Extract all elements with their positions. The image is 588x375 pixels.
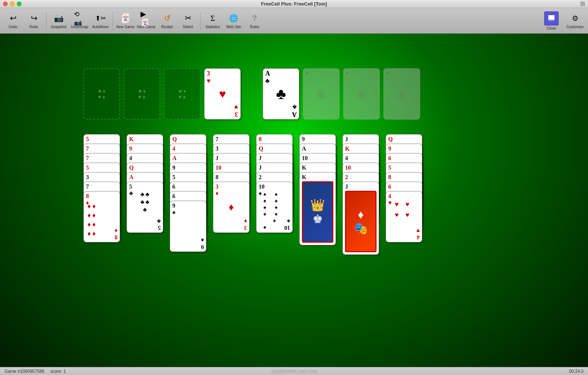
snapshot-icon: 📷: [53, 12, 65, 24]
rules-icon: ?: [249, 12, 261, 24]
statistics-label: Statistics: [205, 25, 220, 29]
timer: 00:24.0: [569, 369, 584, 374]
tableau-zone: 5♥ 5♥ 7♥ 7♥ 7♦ 7♦ 5♦ 5♦ 3♣ 3♣ 7♣ 7♣: [83, 134, 422, 353]
freecell-4-bottom: 3♥: [234, 103, 238, 118]
foundation-4-empty[interactable]: ♣ ◉: [383, 68, 420, 120]
select-icon: ✂: [182, 12, 194, 24]
titlebar: FreeCell Plus: FreeCell [Tom]: [0, 0, 588, 8]
newgame-button[interactable]: 🃏 New Game: [115, 10, 135, 32]
foundation-1-card[interactable]: A♣ A♣ ♣: [263, 68, 299, 120]
customize-button[interactable]: ⚙ Customize: [565, 10, 585, 32]
tableau-col-3: Q♦ Q♦ 4♦ 4♦ A♦ A♦ ♦ 9♣ 9♣ 5♣ 5♣ 6♣: [170, 134, 206, 353]
undo-icon: ↩: [7, 12, 19, 24]
separator-3: [200, 12, 201, 30]
foundation-3-empty[interactable]: ♣ ◉: [343, 68, 380, 120]
statistics-icon: Σ: [207, 12, 219, 24]
redo-button[interactable]: ↪ Redo: [24, 10, 44, 32]
svg-rect-1: [548, 20, 554, 21]
game-number: Game #1090957586: [4, 369, 44, 374]
resize-button[interactable]: [580, 1, 585, 6]
maximize-window-button[interactable]: [17, 1, 22, 6]
restart-button[interactable]: ↺ Restart: [157, 10, 177, 32]
card-8d[interactable]: 8♦ 8♦ ♦♦♦♦♦♦♦♦: [83, 191, 120, 242]
snapshot-button[interactable]: 📷 Snapshot: [49, 10, 69, 32]
foundation-zone: A♣ A♣ ♣ ♣ ◉ ♣ ◉ ♣ ◉: [263, 68, 420, 120]
foundation-2-empty[interactable]: ♣ ◉: [303, 68, 340, 120]
nextgame-button[interactable]: ▶🃏 Next Game: [136, 10, 156, 32]
minimize-window-button[interactable]: [10, 1, 15, 6]
tableau-col-8: Q♥ Q♥ 9♥ 9♥ 6♥ 6♥ 5♥ 5♥ 8♥ 8♥ 6♦ 6♦: [386, 134, 422, 353]
foundation-1-bottom: A♣: [292, 103, 297, 118]
nextgame-label: Next Game: [137, 25, 156, 29]
card-3d[interactable]: 3♦ 3♦ ♦: [213, 182, 250, 233]
website-label: Web Site: [226, 25, 241, 29]
freecell-4-center: ♥: [219, 87, 226, 101]
close-icon: [544, 11, 559, 26]
freecell-4-top: 3♥: [207, 70, 211, 85]
card-10s[interactable]: 10♠ 10♠ ♠♠♠♠♠♠♠♠♠♠: [256, 182, 293, 233]
select-button[interactable]: ✂ Select: [178, 10, 198, 32]
statusbar: Game #1090957586 score: 1 GEARDOWNLOAD.C…: [0, 367, 588, 375]
tableau-col-7: J♠ J♠ K♦ K♦ 4♠ 4♠ 10♦ 10♦ 2♥ 2♥ J♣: [342, 134, 379, 353]
close-button[interactable]: Close: [539, 10, 564, 32]
restart-icon: ↺: [161, 12, 173, 24]
card-ks-face[interactable]: K♠ K♠ 👑♚: [299, 172, 336, 245]
customize-icon: ⚙: [569, 12, 581, 24]
freecell-4-card[interactable]: 3♥ 3♥ ♥: [204, 68, 241, 120]
card-9s[interactable]: 9♠ 9♠: [170, 201, 206, 252]
freecell-2[interactable]: ♣ ♦♥ ♠: [124, 68, 160, 120]
undo-button[interactable]: ↩ Undo: [3, 10, 23, 32]
close-label: Close: [547, 26, 556, 30]
card-5c[interactable]: 5♣ 5♣ ♣♣♣♣♣: [127, 182, 163, 233]
foundation-1-top: A♣: [265, 70, 270, 85]
automove-button[interactable]: ⬆✂ AutoMove: [90, 10, 111, 32]
toolbar: ↩ Undo ↪ Redo 📷 Snapshot ⟲📷 UndoSnap ⬆✂ …: [0, 8, 588, 34]
customize-label: Customize: [566, 25, 584, 29]
card-4h[interactable]: 4♥ 4♥ ♥♥♥♥: [386, 191, 422, 242]
score: score: 1: [50, 369, 66, 374]
undo-label: Undo: [9, 25, 18, 29]
newgame-icon: 🃏: [120, 12, 131, 24]
nextgame-icon: ▶🃏: [141, 12, 152, 24]
tableau-col-5: 8♥ 8♥ Q♥ Q♥ J♣ J♣ J♠ J♠ 2♣ 2♣ 10♠ 10♠: [256, 134, 293, 353]
freecell-1[interactable]: ♣ ♦♥ ♠: [83, 68, 120, 120]
tableau-col-6: 9♣ 9♣ A♠ A♠ ♠ 10♣ 10♣ K♣ K♣ K♠ K♠ 👑♚: [299, 134, 336, 353]
automove-label: AutoMove: [92, 25, 109, 29]
newgame-label: New Game: [116, 25, 134, 29]
watermark: GEARDOWNLOAD.COM: [271, 369, 317, 374]
rules-label: Rules: [250, 25, 259, 29]
undosnap-icon: ⟲📷: [74, 12, 86, 24]
close-window-button[interactable]: [3, 1, 8, 6]
freecell-3[interactable]: ♣ ♦♥ ♠: [164, 68, 201, 120]
card-jc-face[interactable]: J♣ J♣ ♦🎭: [342, 182, 379, 255]
automove-icon: ⬆✂: [95, 12, 106, 24]
game-area: ♣ ♦♥ ♠ ♣ ♦♥ ♠ ♣ ♦♥ ♠ 3♥ 3♥ ♥ A♣ A♣ ♣ ♣ ◉: [0, 34, 588, 375]
restart-label: Restart: [161, 25, 173, 29]
redo-icon: ↪: [28, 12, 40, 24]
freecell-zone: ♣ ♦♥ ♠ ♣ ♦♥ ♠ ♣ ♦♥ ♠ 3♥ 3♥ ♥: [83, 68, 241, 120]
redo-label: Redo: [30, 25, 38, 29]
svg-rect-0: [548, 15, 554, 20]
rules-button[interactable]: ? Rules: [244, 10, 265, 32]
tableau-col-2: K♥ K♥ 👑 9♦ 9♦ 4♣ 4♣ Q♥ Q♥ A♥ A♥ ♥: [127, 134, 163, 353]
foundation-1-center: ♣: [276, 85, 286, 103]
traffic-lights: [3, 1, 22, 6]
website-button[interactable]: 🌐 Web Site: [224, 10, 244, 32]
undosnap-button[interactable]: ⟲📷 UndoSnap: [70, 10, 90, 32]
separator-1: [46, 12, 46, 30]
separator-2: [113, 12, 113, 30]
snapshot-label: Snapshot: [51, 25, 66, 29]
select-label: Select: [183, 25, 193, 29]
tableau-col-1: 5♥ 5♥ 7♥ 7♥ 7♦ 7♦ 5♦ 5♦ 3♣ 3♣ 7♣ 7♣: [83, 134, 120, 353]
tableau-col-4: 7♠ 7♠ 3♣ 3♣ J♣ J♣ 10♥ 10♥ 8♣ 8♣ 3♦ 3♦: [213, 134, 250, 353]
statistics-button[interactable]: Σ Statistics: [203, 10, 223, 32]
website-icon: 🌐: [228, 12, 240, 24]
undosnap-label: UndoSnap: [71, 25, 88, 29]
window-title: FreeCell Plus: FreeCell [Tom]: [261, 1, 327, 7]
